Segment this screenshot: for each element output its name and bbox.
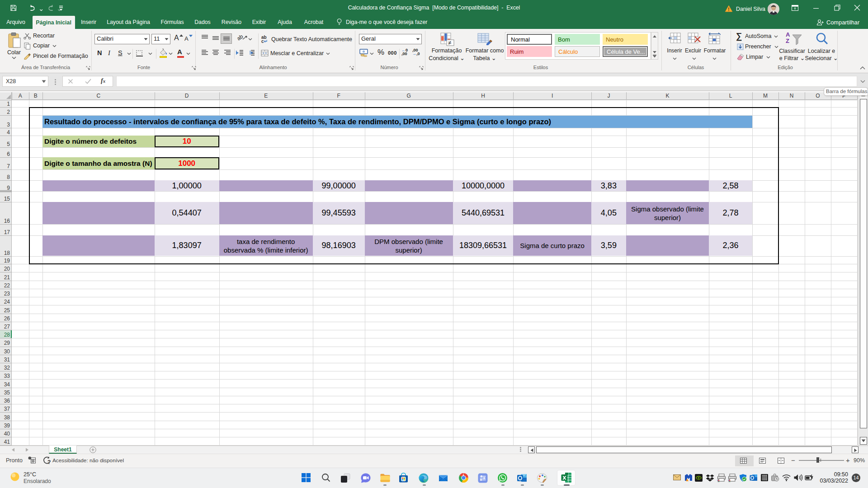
- svg-text:≠: ≠: [448, 39, 451, 46]
- svg-text:?: ?: [47, 459, 51, 465]
